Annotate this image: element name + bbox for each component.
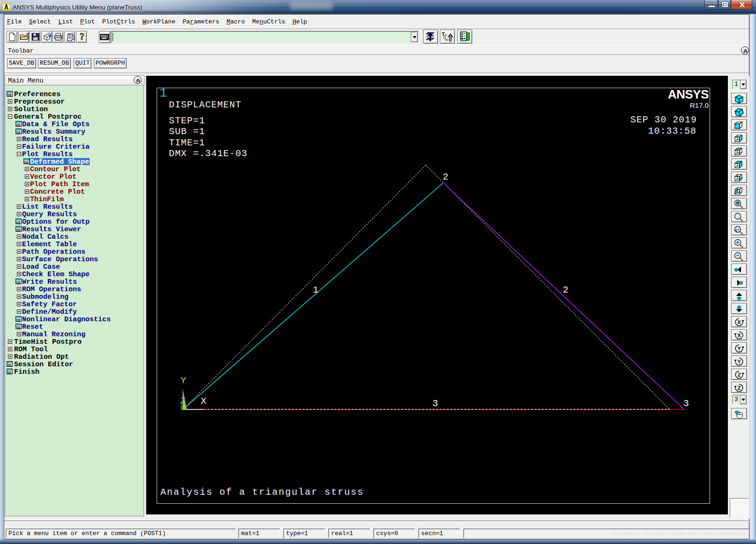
svg-text:Y: Y [737,346,741,351]
svg-text:Y: Y [737,359,741,364]
svg-text:Z: Z [738,385,741,391]
svg-text:Z: Z [738,372,741,378]
svg-text:?: ? [80,32,84,42]
svg-text:X: X [737,332,741,338]
svg-text:X: X [737,319,741,325]
